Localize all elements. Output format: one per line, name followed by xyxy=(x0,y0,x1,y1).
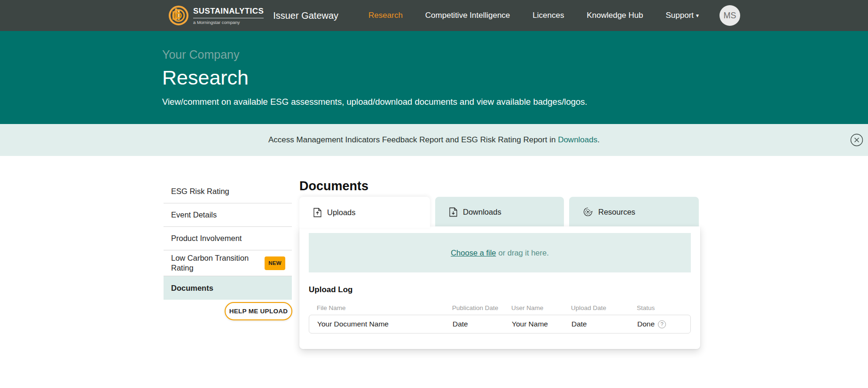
sidebar-item-product-involvement[interactable]: Product Involvement xyxy=(164,227,292,250)
sidebar-item-low-carbon-transition-rating[interactable]: Low Carbon Transition Rating NEW xyxy=(164,250,292,276)
sidebar-item-esg-risk-rating[interactable]: ESG Risk Rating xyxy=(164,180,292,203)
nav-item-knowledge-hub[interactable]: Knowledge Hub xyxy=(586,11,643,20)
choose-file-link[interactable]: Choose a file xyxy=(451,248,496,257)
col-user-name: User Name xyxy=(511,304,571,311)
col-publication-date: Publication Date xyxy=(452,304,511,311)
col-file-name: File Name xyxy=(317,304,452,311)
status-help-icon[interactable]: ? xyxy=(658,320,666,328)
tab-label: Downloads xyxy=(463,208,501,217)
tab-label: Resources xyxy=(598,208,635,217)
upload-log-header: File Name Publication Date User Name Upl… xyxy=(309,303,691,312)
top-navbar: SUSTAINALYTICS a Morningstar company Iss… xyxy=(0,0,868,31)
new-badge: NEW xyxy=(265,256,285,270)
col-upload-date: Upload Date xyxy=(571,304,637,311)
tab-uploads[interactable]: Uploads xyxy=(299,197,430,228)
sidebar-item-label: Event Details xyxy=(171,210,285,220)
table-row[interactable]: Your Document Name Date Your Name Date D… xyxy=(309,315,691,334)
uploads-panel: Choose a file or drag it here. Upload Lo… xyxy=(299,226,700,349)
company-eyebrow: Your Company xyxy=(162,48,868,62)
nav-item-research[interactable]: Research xyxy=(368,11,403,20)
cell-user-name: Your Name xyxy=(512,320,571,328)
cell-status: Done ? xyxy=(637,320,690,328)
help-me-upload-button[interactable]: HELP ME UPLOAD xyxy=(225,302,292,320)
banner-period: . xyxy=(597,135,600,145)
nav-item-competitive-intelligence[interactable]: Competitive Intelligence xyxy=(425,11,510,20)
brand-name: SUSTAINALYTICS xyxy=(193,7,264,18)
documents-heading: Documents xyxy=(299,179,368,194)
upload-log-title: Upload Log xyxy=(309,285,691,295)
brand-text: SUSTAINALYTICS a Morningstar company xyxy=(193,7,264,25)
col-status: Status xyxy=(637,304,691,311)
tab-downloads[interactable]: Downloads xyxy=(435,197,564,227)
sidebar-item-event-details[interactable]: Event Details xyxy=(164,203,292,227)
page: SUSTAINALYTICS a Morningstar company Iss… xyxy=(0,0,868,388)
sustainalytics-logo-icon xyxy=(167,5,188,26)
hero-section: Your Company Research View/comment on av… xyxy=(0,31,868,124)
close-icon[interactable] xyxy=(850,133,864,147)
banner-message: Access Management Indicators Feedback Re… xyxy=(268,135,555,145)
status-text: Done xyxy=(637,320,655,328)
cell-file-name: Your Document Name xyxy=(317,320,453,328)
downloads-link[interactable]: Downloads xyxy=(558,135,597,145)
app-title: Issuer Gateway xyxy=(273,10,338,21)
file-dropzone[interactable]: Choose a file or drag it here. xyxy=(309,233,691,272)
tab-label: Uploads xyxy=(327,208,356,217)
page-subtitle: View/comment on available ESG assessment… xyxy=(162,97,868,107)
drag-hint: or drag it here. xyxy=(499,248,549,257)
primary-nav: Research Competitive Intelligence Licenc… xyxy=(368,11,699,20)
download-document-icon xyxy=(449,207,457,217)
sidebar-item-label: Documents xyxy=(171,283,285,293)
upload-document-icon xyxy=(313,208,321,217)
page-title: Research xyxy=(162,66,868,89)
sidebar-item-label: ESG Risk Rating xyxy=(171,186,285,196)
support-label: Support xyxy=(665,11,694,20)
cell-publication-date: Date xyxy=(453,320,512,328)
brand-logo[interactable]: SUSTAINALYTICS a Morningstar company xyxy=(167,5,264,26)
brand-tagline: a Morningstar company xyxy=(193,20,264,25)
sidebar-item-label: Low Carbon Transition Rating xyxy=(171,253,265,273)
sidebar-item-label: Product Involvement xyxy=(171,233,285,243)
nav-item-licences[interactable]: Licences xyxy=(532,11,564,20)
notification-banner: Access Management Indicators Feedback Re… xyxy=(0,124,868,156)
cell-upload-date: Date xyxy=(571,320,637,328)
tab-resources[interactable]: Resources xyxy=(569,197,699,227)
user-avatar[interactable]: MS xyxy=(719,5,740,26)
sidebar-item-documents[interactable]: Documents xyxy=(164,276,292,300)
nav-item-support-dropdown[interactable]: Support▾ xyxy=(665,11,699,20)
badge-seal-icon xyxy=(583,207,593,217)
chevron-down-icon: ▾ xyxy=(696,12,699,19)
section-sidebar: ESG Risk Rating Event Details Product In… xyxy=(164,180,292,300)
